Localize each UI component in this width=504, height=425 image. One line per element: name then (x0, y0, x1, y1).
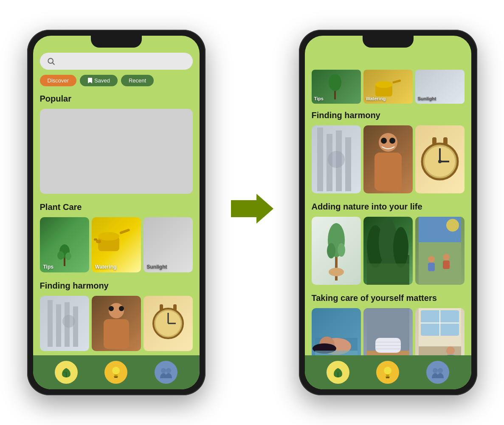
svg-rect-14 (73, 306, 78, 347)
svg-line-1 (52, 63, 54, 65)
bulb-icon-right (382, 366, 394, 379)
svg-point-44 (328, 151, 345, 168)
svg-rect-43 (345, 137, 351, 191)
plant-care-grid: Tips Watering (40, 217, 193, 272)
right-phone: Tips Watering (299, 30, 477, 395)
arrow-svg (231, 192, 273, 226)
notch (91, 36, 142, 48)
arrow-indicator (231, 192, 273, 234)
svg-rect-17 (104, 319, 129, 349)
svg-point-58 (327, 243, 335, 258)
nav-bulb-left[interactable] (104, 361, 127, 384)
svg-point-38 (375, 81, 392, 88)
pill-recent[interactable]: Recent (121, 75, 154, 86)
card-sunlight-label: Sunlight (147, 264, 167, 270)
pill-discover[interactable]: Discover (40, 75, 77, 86)
left-screen[interactable]: Discover Saved Recent Popular Plant Care (33, 36, 200, 389)
card-watering[interactable]: Watering (92, 217, 141, 272)
left-phone: Discover Saved Recent Popular Plant Care (27, 30, 206, 395)
people-icon-left (159, 366, 173, 378)
svg-point-5 (65, 252, 71, 260)
plant-care-title: Plant Care (40, 202, 193, 212)
svg-point-33 (166, 368, 171, 373)
harmony-card-3[interactable] (144, 296, 193, 351)
card-tips[interactable]: Tips (40, 217, 89, 272)
svg-point-7 (98, 232, 119, 241)
popular-placeholder (40, 109, 193, 194)
svg-point-98 (433, 368, 438, 373)
tab-tips[interactable]: Tips (312, 70, 361, 104)
card-watering-label: Watering (95, 264, 117, 270)
svg-point-68 (446, 219, 459, 232)
svg-rect-39 (392, 79, 401, 84)
harmony-card-2[interactable] (92, 296, 141, 351)
sapling-illustration (312, 217, 361, 285)
tab-bar: Tips Watering (312, 70, 465, 104)
nav-leaf-right[interactable] (327, 361, 349, 384)
columns-illustration (40, 296, 89, 351)
forest-illustration (363, 217, 413, 285)
svg-point-4 (57, 251, 64, 260)
svg-rect-54 (432, 137, 436, 145)
right-screen[interactable]: Tips Watering (305, 36, 471, 389)
bookmark-icon (87, 78, 93, 84)
svg-rect-24 (160, 304, 163, 311)
harmony-r-card-1[interactable] (312, 125, 361, 193)
nature-card-1[interactable] (312, 217, 361, 285)
care-title: Taking care of yourself matters (312, 293, 465, 303)
notch-right (363, 36, 414, 48)
harmony-r-card-2[interactable] (363, 125, 413, 193)
finding-harmony-title-left: Finding harmony (40, 281, 193, 291)
nature-card-2[interactable] (363, 217, 413, 285)
person-illustration (92, 296, 141, 351)
clock-r-illustration (415, 125, 465, 193)
card-sunlight[interactable]: Sunlight (144, 217, 193, 272)
search-bar[interactable] (40, 53, 193, 70)
svg-rect-40 (317, 128, 323, 191)
svg-rect-30 (114, 376, 118, 377)
svg-rect-70 (428, 263, 435, 271)
svg-point-0 (48, 58, 53, 63)
svg-point-93 (384, 367, 391, 374)
nature-card-3[interactable] (415, 217, 465, 285)
nature-title: Adding nature into your life (312, 202, 465, 212)
tab-sunlight[interactable]: Sunlight (415, 70, 465, 104)
columns-r-illustration (312, 125, 361, 193)
bottom-nav-right (305, 355, 471, 389)
harmony-card-1[interactable] (40, 296, 89, 351)
tab-watering[interactable]: Watering (363, 70, 413, 104)
svg-rect-96 (386, 377, 390, 377)
svg-point-18 (109, 306, 114, 311)
harmony-grid-left (40, 296, 193, 351)
svg-rect-10 (94, 238, 97, 241)
tab-watering-label: Watering (366, 96, 386, 101)
svg-rect-66 (419, 242, 461, 285)
svg-rect-65 (367, 264, 409, 285)
pill-saved[interactable]: Saved (80, 75, 118, 86)
svg-point-19 (119, 306, 124, 311)
tab-tips-label: Tips (314, 96, 324, 101)
finding-harmony-title-right: Finding harmony (312, 110, 465, 120)
popular-title: Popular (40, 94, 193, 104)
nav-bulb-right[interactable] (376, 361, 399, 384)
svg-rect-12 (56, 304, 61, 347)
svg-point-59 (338, 243, 345, 257)
nav-people-left[interactable] (155, 361, 177, 384)
harmony-r-card-3[interactable] (415, 125, 465, 193)
svg-rect-72 (443, 261, 450, 269)
card-tips-label: Tips (43, 264, 53, 270)
scene: Discover Saved Recent Popular Plant Care (19, 21, 486, 404)
svg-marker-34 (231, 194, 273, 224)
svg-rect-31 (114, 377, 118, 378)
svg-point-47 (381, 138, 387, 144)
svg-point-60 (329, 268, 344, 276)
svg-point-27 (112, 367, 120, 374)
tab-sunlight-label: Sunlight (418, 96, 436, 101)
nav-people-right[interactable] (426, 361, 449, 384)
svg-point-69 (428, 256, 435, 263)
svg-text:KF94: KF94 (383, 326, 393, 330)
plant-illustration (54, 238, 75, 268)
bottom-nav-left (33, 355, 200, 389)
nav-leaf-left[interactable] (55, 361, 78, 384)
svg-rect-55 (443, 137, 448, 145)
